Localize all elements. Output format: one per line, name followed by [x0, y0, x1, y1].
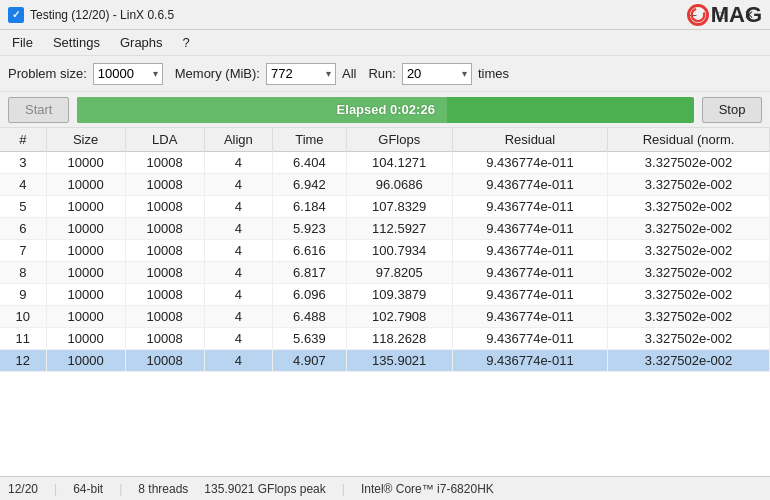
cell-resnorm: 3.327502e-002 — [608, 196, 770, 218]
status-bar: 12/20 | 64-bit | 8 threads 135.9021 GFlo… — [0, 476, 770, 500]
menu-bar: File Settings Graphs ? — [0, 30, 770, 56]
menu-file[interactable]: File — [4, 33, 41, 52]
status-sep-2: | — [119, 482, 122, 496]
stop-button[interactable]: Stop — [702, 97, 762, 123]
cell-num: 12 — [0, 350, 46, 372]
col-header-lda: LDA — [125, 128, 204, 152]
cell-resnorm: 3.327502e-002 — [608, 284, 770, 306]
table-body: 3100001000846.404104.12719.436774e-0113.… — [0, 152, 770, 372]
col-header-residual: Residual — [452, 128, 607, 152]
table-row[interactable]: 5100001000846.184107.83299.436774e-0113.… — [0, 196, 770, 218]
maximize-button[interactable]: □ — [708, 5, 734, 25]
cell-residual: 9.436774e-011 — [452, 328, 607, 350]
cell-lda: 10008 — [125, 284, 204, 306]
run-label: Run: — [368, 66, 395, 81]
table-row[interactable]: 11100001000845.639118.26289.436774e-0113… — [0, 328, 770, 350]
cell-time: 5.923 — [273, 218, 347, 240]
window-controls: – □ ✕ — [680, 5, 762, 25]
all-label: All — [342, 66, 356, 81]
run-group: Run: 20 ▾ times — [368, 63, 509, 85]
cell-lda: 10008 — [125, 262, 204, 284]
cell-gflops: 100.7934 — [346, 240, 452, 262]
table-row[interactable]: 7100001000846.616100.79349.436774e-0113.… — [0, 240, 770, 262]
cell-resnorm: 3.327502e-002 — [608, 174, 770, 196]
action-bar: Start Elapsed 0:02:26 Stop — [0, 92, 770, 128]
cell-size: 10000 — [46, 262, 125, 284]
table-row[interactable]: 4100001000846.94296.06869.436774e-0113.3… — [0, 174, 770, 196]
cell-size: 10000 — [46, 306, 125, 328]
title-bar: ✓ Testing (12/20) - LinX 0.6.5 – □ ✕ — [0, 0, 770, 30]
status-threads: 8 threads — [138, 482, 188, 496]
status-sep-3: | — [342, 482, 345, 496]
cell-gflops: 102.7908 — [346, 306, 452, 328]
results-table-container: # Size LDA Align Time GFlops Residual Re… — [0, 128, 770, 476]
status-cpu: Intel® Core™ i7-6820HK — [361, 482, 494, 496]
cell-align: 4 — [204, 284, 272, 306]
table-row[interactable]: 9100001000846.096109.38799.436774e-0113.… — [0, 284, 770, 306]
cell-align: 4 — [204, 350, 272, 372]
problem-size-label: Problem size: — [8, 66, 87, 81]
col-header-num: # — [0, 128, 46, 152]
cell-resnorm: 3.327502e-002 — [608, 328, 770, 350]
cell-lda: 10008 — [125, 174, 204, 196]
table-row[interactable]: 12100001000844.907135.90219.436774e-0113… — [0, 350, 770, 372]
cell-residual: 9.436774e-011 — [452, 196, 607, 218]
cell-size: 10000 — [46, 350, 125, 372]
table-row[interactable]: 10100001000846.488102.79089.436774e-0113… — [0, 306, 770, 328]
table-row[interactable]: 6100001000845.923112.59279.436774e-0113.… — [0, 218, 770, 240]
table-row[interactable]: 8100001000846.81797.82059.436774e-0113.3… — [0, 262, 770, 284]
results-table: # Size LDA Align Time GFlops Residual Re… — [0, 128, 770, 372]
menu-settings[interactable]: Settings — [45, 33, 108, 52]
cell-align: 4 — [204, 196, 272, 218]
cell-gflops: 109.3879 — [346, 284, 452, 306]
status-bitness: 64-bit — [73, 482, 103, 496]
progress-text: Elapsed 0:02:26 — [337, 102, 435, 117]
cell-time: 6.404 — [273, 152, 347, 174]
menu-graphs[interactable]: Graphs — [112, 33, 171, 52]
run-value: 20 — [407, 66, 421, 81]
run-select[interactable]: 20 ▾ — [402, 63, 472, 85]
problem-size-select[interactable]: 10000 ▾ — [93, 63, 163, 85]
cell-num: 4 — [0, 174, 46, 196]
cell-time: 6.942 — [273, 174, 347, 196]
cell-resnorm: 3.327502e-002 — [608, 306, 770, 328]
app-icon: ✓ — [8, 7, 24, 23]
cell-size: 10000 — [46, 218, 125, 240]
cell-size: 10000 — [46, 174, 125, 196]
cell-residual: 9.436774e-011 — [452, 218, 607, 240]
memory-select[interactable]: 772 ▾ — [266, 63, 336, 85]
close-button[interactable]: ✕ — [736, 5, 762, 25]
cell-num: 9 — [0, 284, 46, 306]
cell-residual: 9.436774e-011 — [452, 240, 607, 262]
col-header-size: Size — [46, 128, 125, 152]
cell-resnorm: 3.327502e-002 — [608, 262, 770, 284]
start-button[interactable]: Start — [8, 97, 69, 123]
cell-size: 10000 — [46, 152, 125, 174]
table-row[interactable]: 3100001000846.404104.12719.436774e-0113.… — [0, 152, 770, 174]
cell-time: 6.817 — [273, 262, 347, 284]
cell-resnorm: 3.327502e-002 — [608, 350, 770, 372]
toolbar: Problem size: 10000 ▾ Memory (MiB): 772 … — [0, 56, 770, 92]
col-header-resnorm: Residual (norm. — [608, 128, 770, 152]
cell-residual: 9.436774e-011 — [452, 284, 607, 306]
cell-lda: 10008 — [125, 306, 204, 328]
memory-value: 772 — [271, 66, 293, 81]
cell-resnorm: 3.327502e-002 — [608, 240, 770, 262]
cell-align: 4 — [204, 174, 272, 196]
cell-gflops: 104.1271 — [346, 152, 452, 174]
cell-num: 10 — [0, 306, 46, 328]
menu-help[interactable]: ? — [175, 33, 198, 52]
cell-num: 6 — [0, 218, 46, 240]
memory-arrow-icon: ▾ — [326, 68, 331, 79]
cell-gflops: 107.8329 — [346, 196, 452, 218]
cell-gflops: 135.9021 — [346, 350, 452, 372]
cell-num: 11 — [0, 328, 46, 350]
problem-size-arrow-icon: ▾ — [153, 68, 158, 79]
cell-num: 5 — [0, 196, 46, 218]
table-header-row: # Size LDA Align Time GFlops Residual Re… — [0, 128, 770, 152]
minimize-button[interactable]: – — [680, 5, 706, 25]
cell-align: 4 — [204, 306, 272, 328]
cell-align: 4 — [204, 240, 272, 262]
problem-size-group: Problem size: 10000 ▾ — [8, 63, 163, 85]
cell-size: 10000 — [46, 284, 125, 306]
